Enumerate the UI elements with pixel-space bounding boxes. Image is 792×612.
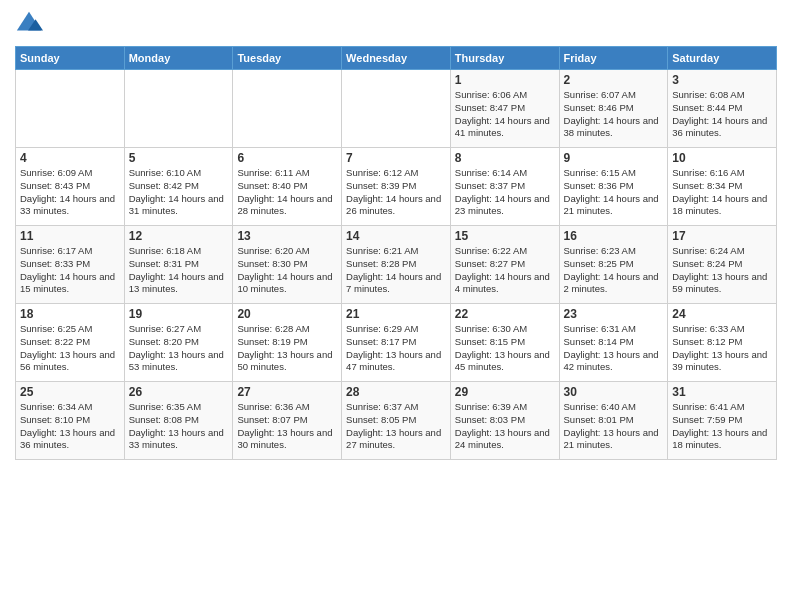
day-info: Sunrise: 6:36 AM Sunset: 8:07 PM Dayligh… <box>237 401 337 452</box>
day-number: 10 <box>672 151 772 165</box>
day-info: Sunrise: 6:22 AM Sunset: 8:27 PM Dayligh… <box>455 245 555 296</box>
day-number: 14 <box>346 229 446 243</box>
day-number: 27 <box>237 385 337 399</box>
day-number: 25 <box>20 385 120 399</box>
day-info: Sunrise: 6:37 AM Sunset: 8:05 PM Dayligh… <box>346 401 446 452</box>
day-number: 12 <box>129 229 229 243</box>
calendar-cell: 1Sunrise: 6:06 AM Sunset: 8:47 PM Daylig… <box>450 70 559 148</box>
calendar-cell: 17Sunrise: 6:24 AM Sunset: 8:24 PM Dayli… <box>668 226 777 304</box>
day-number: 23 <box>564 307 664 321</box>
day-number: 19 <box>129 307 229 321</box>
calendar-cell: 16Sunrise: 6:23 AM Sunset: 8:25 PM Dayli… <box>559 226 668 304</box>
weekday-header: Monday <box>124 47 233 70</box>
day-info: Sunrise: 6:24 AM Sunset: 8:24 PM Dayligh… <box>672 245 772 296</box>
day-info: Sunrise: 6:35 AM Sunset: 8:08 PM Dayligh… <box>129 401 229 452</box>
calendar-cell: 29Sunrise: 6:39 AM Sunset: 8:03 PM Dayli… <box>450 382 559 460</box>
calendar-cell <box>124 70 233 148</box>
day-number: 2 <box>564 73 664 87</box>
day-info: Sunrise: 6:09 AM Sunset: 8:43 PM Dayligh… <box>20 167 120 218</box>
calendar-week-row: 11Sunrise: 6:17 AM Sunset: 8:33 PM Dayli… <box>16 226 777 304</box>
logo <box>15 10 47 38</box>
day-number: 11 <box>20 229 120 243</box>
day-info: Sunrise: 6:25 AM Sunset: 8:22 PM Dayligh… <box>20 323 120 374</box>
day-number: 15 <box>455 229 555 243</box>
calendar-cell: 6Sunrise: 6:11 AM Sunset: 8:40 PM Daylig… <box>233 148 342 226</box>
day-number: 6 <box>237 151 337 165</box>
day-info: Sunrise: 6:39 AM Sunset: 8:03 PM Dayligh… <box>455 401 555 452</box>
calendar-cell: 23Sunrise: 6:31 AM Sunset: 8:14 PM Dayli… <box>559 304 668 382</box>
weekday-header: Tuesday <box>233 47 342 70</box>
day-number: 9 <box>564 151 664 165</box>
weekday-header: Wednesday <box>342 47 451 70</box>
day-info: Sunrise: 6:31 AM Sunset: 8:14 PM Dayligh… <box>564 323 664 374</box>
day-number: 22 <box>455 307 555 321</box>
calendar-cell: 8Sunrise: 6:14 AM Sunset: 8:37 PM Daylig… <box>450 148 559 226</box>
calendar-cell <box>342 70 451 148</box>
day-info: Sunrise: 6:18 AM Sunset: 8:31 PM Dayligh… <box>129 245 229 296</box>
calendar-cell: 11Sunrise: 6:17 AM Sunset: 8:33 PM Dayli… <box>16 226 125 304</box>
weekday-header: Friday <box>559 47 668 70</box>
day-number: 8 <box>455 151 555 165</box>
calendar-cell: 19Sunrise: 6:27 AM Sunset: 8:20 PM Dayli… <box>124 304 233 382</box>
day-number: 29 <box>455 385 555 399</box>
day-number: 5 <box>129 151 229 165</box>
day-info: Sunrise: 6:15 AM Sunset: 8:36 PM Dayligh… <box>564 167 664 218</box>
calendar-cell: 3Sunrise: 6:08 AM Sunset: 8:44 PM Daylig… <box>668 70 777 148</box>
calendar-cell: 15Sunrise: 6:22 AM Sunset: 8:27 PM Dayli… <box>450 226 559 304</box>
calendar-cell: 24Sunrise: 6:33 AM Sunset: 8:12 PM Dayli… <box>668 304 777 382</box>
calendar-table: SundayMondayTuesdayWednesdayThursdayFrid… <box>15 46 777 460</box>
day-number: 21 <box>346 307 446 321</box>
calendar-cell: 4Sunrise: 6:09 AM Sunset: 8:43 PM Daylig… <box>16 148 125 226</box>
day-info: Sunrise: 6:08 AM Sunset: 8:44 PM Dayligh… <box>672 89 772 140</box>
calendar-cell: 2Sunrise: 6:07 AM Sunset: 8:46 PM Daylig… <box>559 70 668 148</box>
day-info: Sunrise: 6:20 AM Sunset: 8:30 PM Dayligh… <box>237 245 337 296</box>
calendar-cell: 20Sunrise: 6:28 AM Sunset: 8:19 PM Dayli… <box>233 304 342 382</box>
calendar-week-row: 25Sunrise: 6:34 AM Sunset: 8:10 PM Dayli… <box>16 382 777 460</box>
weekday-header: Thursday <box>450 47 559 70</box>
calendar-cell: 14Sunrise: 6:21 AM Sunset: 8:28 PM Dayli… <box>342 226 451 304</box>
day-number: 18 <box>20 307 120 321</box>
day-number: 16 <box>564 229 664 243</box>
day-info: Sunrise: 6:06 AM Sunset: 8:47 PM Dayligh… <box>455 89 555 140</box>
calendar-cell <box>233 70 342 148</box>
day-number: 3 <box>672 73 772 87</box>
calendar-cell: 9Sunrise: 6:15 AM Sunset: 8:36 PM Daylig… <box>559 148 668 226</box>
day-info: Sunrise: 6:27 AM Sunset: 8:20 PM Dayligh… <box>129 323 229 374</box>
calendar-cell: 22Sunrise: 6:30 AM Sunset: 8:15 PM Dayli… <box>450 304 559 382</box>
calendar-cell: 25Sunrise: 6:34 AM Sunset: 8:10 PM Dayli… <box>16 382 125 460</box>
calendar-cell: 31Sunrise: 6:41 AM Sunset: 7:59 PM Dayli… <box>668 382 777 460</box>
day-info: Sunrise: 6:07 AM Sunset: 8:46 PM Dayligh… <box>564 89 664 140</box>
calendar-cell: 28Sunrise: 6:37 AM Sunset: 8:05 PM Dayli… <box>342 382 451 460</box>
day-info: Sunrise: 6:30 AM Sunset: 8:15 PM Dayligh… <box>455 323 555 374</box>
header <box>15 10 777 38</box>
day-info: Sunrise: 6:17 AM Sunset: 8:33 PM Dayligh… <box>20 245 120 296</box>
calendar-cell: 10Sunrise: 6:16 AM Sunset: 8:34 PM Dayli… <box>668 148 777 226</box>
main-container: SundayMondayTuesdayWednesdayThursdayFrid… <box>0 0 792 470</box>
day-info: Sunrise: 6:34 AM Sunset: 8:10 PM Dayligh… <box>20 401 120 452</box>
day-number: 4 <box>20 151 120 165</box>
day-info: Sunrise: 6:16 AM Sunset: 8:34 PM Dayligh… <box>672 167 772 218</box>
day-info: Sunrise: 6:28 AM Sunset: 8:19 PM Dayligh… <box>237 323 337 374</box>
day-info: Sunrise: 6:14 AM Sunset: 8:37 PM Dayligh… <box>455 167 555 218</box>
day-info: Sunrise: 6:10 AM Sunset: 8:42 PM Dayligh… <box>129 167 229 218</box>
calendar-cell: 30Sunrise: 6:40 AM Sunset: 8:01 PM Dayli… <box>559 382 668 460</box>
day-number: 26 <box>129 385 229 399</box>
day-info: Sunrise: 6:11 AM Sunset: 8:40 PM Dayligh… <box>237 167 337 218</box>
day-info: Sunrise: 6:41 AM Sunset: 7:59 PM Dayligh… <box>672 401 772 452</box>
day-number: 1 <box>455 73 555 87</box>
day-info: Sunrise: 6:40 AM Sunset: 8:01 PM Dayligh… <box>564 401 664 452</box>
calendar-week-row: 4Sunrise: 6:09 AM Sunset: 8:43 PM Daylig… <box>16 148 777 226</box>
calendar-cell: 21Sunrise: 6:29 AM Sunset: 8:17 PM Dayli… <box>342 304 451 382</box>
calendar-cell: 12Sunrise: 6:18 AM Sunset: 8:31 PM Dayli… <box>124 226 233 304</box>
day-number: 13 <box>237 229 337 243</box>
calendar-week-row: 1Sunrise: 6:06 AM Sunset: 8:47 PM Daylig… <box>16 70 777 148</box>
calendar-week-row: 18Sunrise: 6:25 AM Sunset: 8:22 PM Dayli… <box>16 304 777 382</box>
day-info: Sunrise: 6:29 AM Sunset: 8:17 PM Dayligh… <box>346 323 446 374</box>
calendar-cell: 27Sunrise: 6:36 AM Sunset: 8:07 PM Dayli… <box>233 382 342 460</box>
weekday-header: Sunday <box>16 47 125 70</box>
day-number: 31 <box>672 385 772 399</box>
calendar-cell: 13Sunrise: 6:20 AM Sunset: 8:30 PM Dayli… <box>233 226 342 304</box>
logo-icon <box>15 10 43 38</box>
day-number: 30 <box>564 385 664 399</box>
day-number: 20 <box>237 307 337 321</box>
